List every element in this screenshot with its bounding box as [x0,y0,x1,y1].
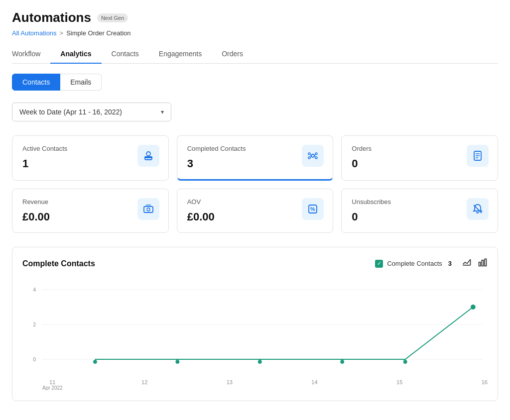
chart-icon-buttons [462,257,488,270]
page-title: Automations [12,10,91,25]
tab-contacts[interactable]: Contacts [102,45,149,64]
svg-point-36 [258,360,262,364]
tab-analytics[interactable]: Analytics [50,45,101,64]
legend-count: 3 [448,260,452,267]
breadcrumb: All Automations > Simple Order Creation [12,29,498,37]
metric-card-aov: AOV £0.00 % [177,189,334,233]
breadcrumb-separator: > [60,29,64,37]
svg-text:0: 0 [33,356,36,362]
metrics-grid: Active Contacts 1 Completed Contacts 3 [12,135,498,233]
svg-point-35 [175,360,179,364]
svg-point-34 [93,360,97,364]
svg-point-6 [315,153,317,155]
svg-point-18 [147,208,150,211]
svg-point-37 [340,360,344,364]
tab-engagements[interactable]: Engagements [149,45,212,64]
line-chart-icon[interactable] [462,257,472,270]
metric-card-revenue: Revenue £0.00 [12,189,169,233]
metric-card-orders: Orders 0 [341,135,498,181]
metric-card-active-contacts: Active Contacts 1 [12,135,169,181]
bar-chart-icon[interactable] [478,257,488,270]
svg-rect-25 [479,262,481,266]
tab-orders[interactable]: Orders [212,45,253,64]
svg-point-7 [308,157,310,159]
tab-workflow[interactable]: Workflow [12,45,50,64]
svg-text:%: % [310,206,315,212]
contacts-icon [302,145,324,167]
orders-icon [467,145,489,167]
chart-title: Complete Contacts [22,259,95,268]
svg-line-11 [310,156,311,157]
chart-svg: 4 2 0 [22,280,488,379]
svg-text:4: 4 [33,287,36,293]
page-container: Automations Next Gen All Automations > S… [0,0,510,411]
revenue-icon [137,198,159,220]
x-label-11: 11 Apr 2022 [42,379,63,391]
svg-point-4 [311,154,314,157]
chart-section: Complete Contacts ✓ Complete Contacts 3 [12,247,498,401]
svg-rect-17 [144,207,153,212]
x-axis-labels: 11 Apr 2022 12 13 14 15 16 [22,377,488,391]
svg-point-5 [308,153,310,155]
breadcrumb-link[interactable]: All Automations [12,29,57,37]
svg-point-38 [403,360,407,364]
chart-legend: ✓ Complete Contacts 3 [375,260,452,268]
x-label-15: 15 [396,379,402,391]
svg-line-12 [314,156,315,157]
legend-label: Complete Contacts [387,260,442,267]
sub-tab-emails[interactable]: Emails [60,74,102,91]
svg-point-39 [471,305,476,310]
main-tabs: Workflow Analytics Contacts Engagements … [12,45,498,64]
chart-header: Complete Contacts ✓ Complete Contacts 3 [22,257,488,270]
date-filter-dropdown[interactable]: Week to Date (Apr 11 - 16, 2022) ▾ [12,103,171,121]
person-icon [137,145,159,167]
x-label-14: 14 [311,379,317,391]
metric-card-completed-contacts: Completed Contacts 3 [177,135,334,181]
svg-rect-26 [482,260,483,266]
metric-card-unsubscribes: Unsubscribes 0 [341,189,498,233]
x-label-13: 13 [227,379,233,391]
svg-point-8 [315,157,317,159]
aov-icon: % [302,198,324,220]
chart-area: 4 2 0 [22,280,488,379]
header: Automations Next Gen [12,10,498,25]
sub-tab-contacts[interactable]: Contacts [12,74,60,91]
chevron-down-icon: ▾ [161,108,164,115]
x-label-12: 12 [141,379,147,391]
breadcrumb-current: Simple Order Creation [66,29,130,37]
svg-rect-27 [485,259,486,266]
sub-tabs: Contacts Emails [12,74,498,91]
date-filter-label: Week to Date (Apr 11 - 16, 2022) [19,108,122,116]
svg-text:2: 2 [33,321,36,327]
legend-checkbox[interactable]: ✓ [375,260,383,268]
next-gen-badge: Next Gen [97,13,128,22]
bell-off-icon [467,198,489,220]
x-label-16: 16 [482,379,488,391]
